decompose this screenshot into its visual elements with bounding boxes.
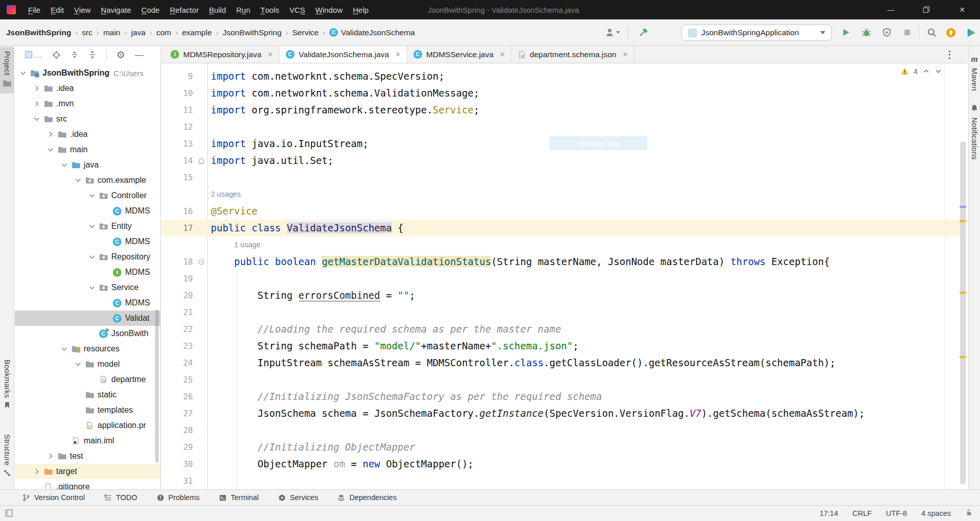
- chevron-collapsed-icon[interactable]: [46, 452, 55, 460]
- code-line-22[interactable]: //Loading the required schema as per the…: [211, 321, 561, 338]
- caret-position[interactable]: 17:14: [820, 509, 838, 517]
- code-line-17[interactable]: public class ValidateJsonSchema {: [211, 220, 404, 236]
- tree-item-com-example[interactable]: com.example: [15, 173, 160, 188]
- tree-item-jsonbwithspring[interactable]: JsonBwithSpringC:\Users: [15, 65, 160, 81]
- tree-item-target[interactable]: target: [15, 464, 160, 479]
- tree-item-resources[interactable]: resources: [15, 341, 160, 357]
- tree-item-application-pr[interactable]: application.pr: [15, 418, 160, 433]
- tab-mdmsservice-java[interactable]: CMDMSService.java✕: [407, 46, 512, 63]
- coverage-button[interactable]: [877, 19, 896, 45]
- chevron-expanded-icon[interactable]: [88, 283, 96, 292]
- breadcrumb-item[interactable]: src: [82, 28, 92, 37]
- line-number[interactable]: 10: [161, 85, 193, 102]
- menu-window[interactable]: Window: [310, 0, 348, 19]
- menu-view[interactable]: View: [69, 0, 96, 19]
- tree-item-jsonbwith[interactable]: CJsonBwith: [15, 326, 160, 341]
- build-hammer-icon[interactable]: [633, 19, 653, 45]
- code-line-23[interactable]: String schemaPath = "model/"+masterName+…: [211, 338, 579, 354]
- tree-item--idea[interactable]: .idea: [15, 127, 160, 142]
- hide-panel-icon[interactable]: —: [135, 51, 143, 59]
- menu-refactor[interactable]: Refactor: [165, 0, 204, 19]
- tool-window-todo[interactable]: TODO: [104, 493, 137, 502]
- code-line-11[interactable]: import org.springframework.stereotype.Se…: [211, 102, 479, 119]
- line-number[interactable]: 20: [161, 287, 193, 304]
- tree-item--gitignore[interactable]: .gitignore: [15, 479, 160, 489]
- chevron-expanded-icon[interactable]: [74, 176, 82, 184]
- tree-item--mvn[interactable]: .mvn: [15, 96, 160, 111]
- menu-vcs[interactable]: VCS: [284, 0, 310, 19]
- expand-all-icon[interactable]: [70, 51, 79, 59]
- restore-icon[interactable]: [909, 0, 944, 19]
- stripe-tab-maven[interactable]: mMaven: [969, 50, 980, 95]
- line-number[interactable]: 23: [161, 338, 193, 354]
- search-icon[interactable]: [922, 19, 941, 45]
- run-configuration-select[interactable]: JsonBwithSpringApplication: [681, 25, 832, 41]
- stripe-tab-project[interactable]: Project: [0, 47, 14, 93]
- inspections-widget[interactable]: 4: [900, 67, 942, 76]
- code-line-14[interactable]: import java.util.Set;: [211, 152, 333, 169]
- fold-marker-icon[interactable]: [197, 253, 205, 270]
- tree-item-mdms[interactable]: CMDMS: [15, 295, 160, 311]
- run-button[interactable]: [836, 19, 855, 45]
- stripe-tab-bookmarks[interactable]: Bookmarks: [0, 356, 14, 414]
- line-number[interactable]: 19: [161, 270, 193, 287]
- stop-button[interactable]: [897, 19, 917, 45]
- code-line-9[interactable]: import com.networknt.schema.SpecVersion;: [211, 68, 445, 85]
- menu-edit[interactable]: Edit: [45, 0, 69, 19]
- chevron-expanded-icon[interactable]: [60, 345, 68, 353]
- collapse-all-icon[interactable]: [88, 51, 96, 59]
- scrollbar-mark[interactable]: [960, 292, 966, 294]
- chevron-expanded-icon[interactable]: [74, 360, 82, 368]
- chevron-collapsed-icon[interactable]: [46, 130, 55, 138]
- tree-item-static[interactable]: static: [15, 387, 160, 402]
- tree-item-java[interactable]: java: [15, 157, 160, 173]
- menu-build[interactable]: Build: [204, 0, 231, 19]
- tab-department-schema-json[interactable]: {department.schema.json✕: [512, 46, 635, 63]
- tree-item-departme[interactable]: {departme: [15, 372, 160, 387]
- tree-item-templates[interactable]: templates: [15, 402, 160, 418]
- tool-window-switcher-icon[interactable]: [5, 509, 13, 519]
- breadcrumb-item[interactable]: Service: [292, 28, 319, 37]
- line-number[interactable]: 17: [161, 220, 193, 236]
- debug-button[interactable]: [856, 19, 876, 45]
- gear-icon[interactable]: ⚙: [116, 50, 125, 60]
- line-number[interactable]: 28: [161, 422, 193, 439]
- tree-item-validat[interactable]: CValidat: [15, 311, 160, 326]
- code-line-29[interactable]: //Initializing ObjectMapper: [211, 439, 415, 456]
- tool-window-dependencies[interactable]: Dependencies: [337, 493, 397, 502]
- line-number[interactable]: 25: [161, 371, 193, 388]
- breadcrumb-item[interactable]: main: [103, 28, 120, 37]
- code-line-30[interactable]: ObjectMapper om = new ObjectMapper();: [211, 456, 474, 472]
- editor-scrollbar[interactable]: [959, 63, 968, 489]
- line-number[interactable]: 16: [161, 203, 193, 220]
- update-icon[interactable]: [941, 19, 961, 45]
- tree-item-model[interactable]: model: [15, 357, 160, 372]
- line-number[interactable]: 27: [161, 405, 193, 422]
- chevron-expanded-icon[interactable]: [19, 69, 27, 77]
- close-icon[interactable]: ✕: [944, 0, 980, 19]
- tree-item-test[interactable]: test: [15, 448, 160, 464]
- project-view-selector[interactable]: …: [25, 51, 42, 59]
- line-number[interactable]: 12: [161, 119, 193, 135]
- scrollbar-mark[interactable]: [960, 220, 966, 222]
- tree-item-repository[interactable]: Repository: [15, 249, 160, 265]
- code-line-20[interactable]: String errorsCombined = "";: [211, 287, 415, 304]
- line-number[interactable]: 29: [161, 439, 193, 456]
- line-number[interactable]: 11: [161, 102, 193, 119]
- code-line-27[interactable]: JsonSchema schema = JsonSchemaFactory.ge…: [211, 405, 865, 422]
- indent-setting[interactable]: 4 spaces: [921, 509, 951, 517]
- chevron-expanded-icon[interactable]: [46, 146, 55, 154]
- scrollbar-mark[interactable]: [960, 356, 966, 358]
- chevron-expanded-icon[interactable]: [88, 222, 96, 230]
- chevron-collapsed-icon[interactable]: [33, 467, 41, 476]
- chevron-collapsed-icon[interactable]: [33, 100, 41, 108]
- scrollbar-thumb[interactable]: [960, 141, 966, 484]
- tree-item-mdms[interactable]: CMDMS: [15, 203, 160, 219]
- locate-file-icon[interactable]: [52, 51, 61, 59]
- tool-window-terminal[interactable]: Terminal: [219, 493, 259, 502]
- menu-navigate[interactable]: Navigate: [96, 0, 136, 19]
- menu-tools[interactable]: Tools: [255, 0, 284, 19]
- gradient-play-icon[interactable]: [962, 19, 980, 45]
- code-line-10[interactable]: import com.networknt.schema.ValidationMe…: [211, 85, 479, 102]
- close-tab-icon[interactable]: ✕: [623, 51, 628, 58]
